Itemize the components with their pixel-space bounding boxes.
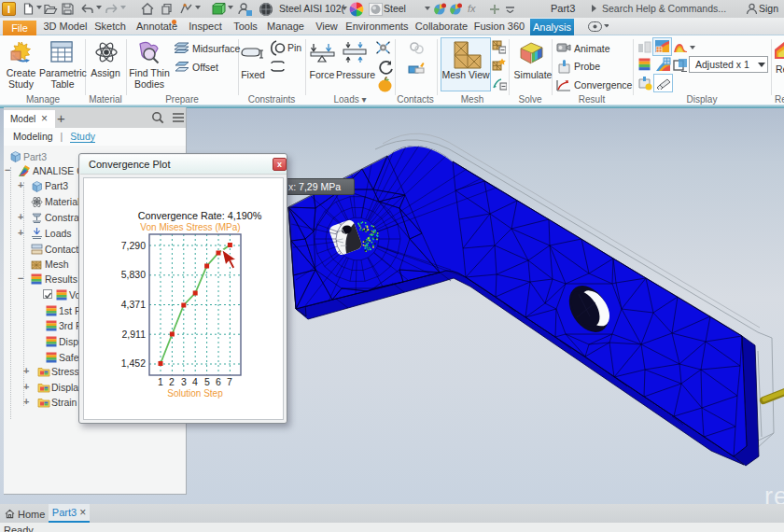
svg-text:6: 6 <box>216 376 221 387</box>
svg-text:5,830: 5,830 <box>121 269 146 280</box>
svg-text:1,452: 1,452 <box>121 357 146 369</box>
svg-text:2: 2 <box>169 376 175 387</box>
svg-text:4: 4 <box>192 376 198 387</box>
svg-text:5: 5 <box>204 376 210 387</box>
svg-text:7: 7 <box>227 376 232 387</box>
svg-text:4,371: 4,371 <box>121 299 146 310</box>
svg-text:2,911: 2,911 <box>122 329 147 340</box>
svg-text:3: 3 <box>181 376 187 387</box>
svg-text:Convergence Rate: 4,190%: Convergence Rate: 4,190% <box>138 210 262 221</box>
svg-text:Solution Step: Solution Step <box>167 388 223 399</box>
svg-text:7,290: 7,290 <box>121 240 146 251</box>
svg-text:Von Mises Stress (MPa): Von Mises Stress (MPa) <box>140 222 240 232</box>
svg-text:1: 1 <box>158 376 163 387</box>
